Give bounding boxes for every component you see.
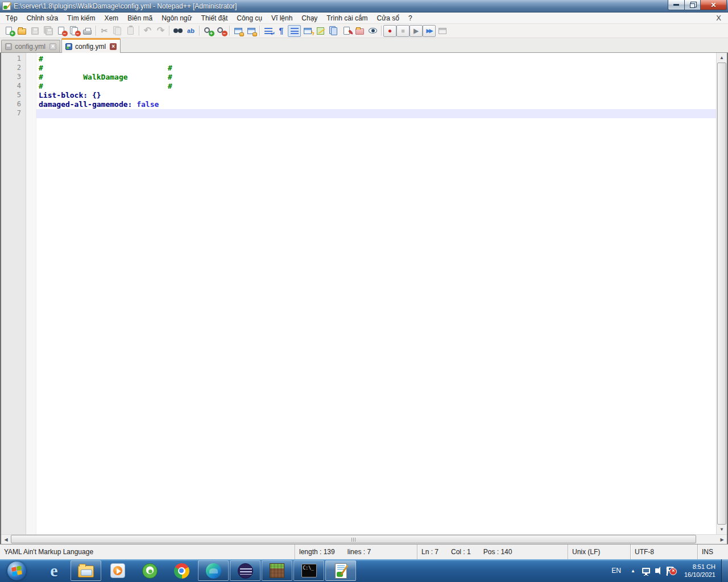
saved-file-icon [65, 43, 72, 50]
redo-button[interactable]: ↷ [154, 25, 167, 37]
print-button[interactable] [81, 25, 94, 37]
show-desktop-button[interactable] [721, 559, 728, 582]
macro-play-button[interactable]: ▶ [410, 25, 423, 37]
eclipse-icon [238, 563, 253, 579]
restore-button[interactable] [685, 0, 701, 10]
code-line[interactable]: # # [36, 64, 716, 73]
code-line[interactable]: damaged-all-gamemode: false [36, 100, 716, 109]
find-button[interactable] [171, 25, 184, 37]
show-all-characters-button[interactable]: ¶ [275, 25, 288, 37]
function-list-button[interactable]: ϟ [301, 25, 314, 37]
macro-stop-button[interactable]: ■ [396, 25, 410, 37]
menu-item-tim-kiem[interactable]: Tìm kiếm [63, 13, 100, 23]
code-line[interactable] [36, 109, 716, 118]
zoom-out-button[interactable]: − [214, 25, 228, 37]
taskbar-eclipse-button[interactable] [230, 560, 260, 581]
menu-item-tep[interactable]: Tệp [1, 13, 22, 23]
taskbar-edge-button[interactable] [198, 560, 229, 581]
menu-item-vi-lenh[interactable]: Vĩ lệnh [267, 13, 297, 23]
paste-button[interactable] [124, 25, 137, 37]
editor-pane[interactable]: 1234567 ## ## WalkDamage ## #List-block:… [0, 53, 728, 544]
menu-item-ngon-ngu[interactable]: Ngôn ngữ [157, 13, 196, 23]
tab-config-yml-1[interactable]: config.yml× [1, 40, 60, 52]
code-line[interactable]: # # [36, 82, 716, 91]
menu-item-cong-cu[interactable]: Công cụ [232, 13, 267, 23]
taskbar-minecraft-button[interactable] [262, 560, 292, 581]
network-icon[interactable] [640, 559, 652, 582]
macro-run-multiple-icon: ▶▶ [424, 26, 435, 35]
taskbar-command-prompt-button[interactable]: C:\_ [293, 560, 324, 581]
scroll-left-arrow[interactable]: ◀ [1, 535, 11, 544]
save-button[interactable] [28, 25, 42, 37]
replace-button[interactable]: ab [184, 25, 197, 37]
menu-item-trinh-cai-cam[interactable]: Trình cài cắm [322, 13, 372, 23]
taskbar-internet-explorer-button[interactable]: e [39, 560, 69, 581]
tab-close-button[interactable]: × [49, 43, 56, 50]
close-button[interactable]: ✕ [701, 0, 727, 10]
horizontal-scroll-thumb[interactable] [11, 535, 696, 543]
monitoring-icon [368, 26, 378, 35]
taskbar-coc-coc-button[interactable] [134, 560, 165, 581]
vertical-scrollbar[interactable]: ▲ ▼ [716, 53, 727, 534]
menu-item-xem[interactable]: Xem [100, 13, 123, 23]
menu-item-help[interactable]: ? [404, 13, 417, 23]
find-icon [173, 26, 183, 35]
sync-horizontal-scrolling-button[interactable] [245, 25, 258, 37]
macro-run-multiple-button[interactable]: ▶▶ [423, 25, 436, 37]
tab-close-button[interactable]: × [110, 43, 117, 50]
close-all-button[interactable]: − [68, 25, 81, 37]
show-indent-guide-icon [289, 26, 300, 35]
scroll-down-arrow[interactable]: ▼ [717, 525, 727, 534]
horizontal-scrollbar[interactable]: ◀ ▶ [1, 534, 727, 544]
new-file-button[interactable]: + [2, 25, 15, 37]
undo-button[interactable]: ↶ [141, 25, 154, 37]
taskbar-windows-media-player-button[interactable] [102, 560, 133, 581]
scroll-right-arrow[interactable]: ▶ [717, 535, 727, 544]
macro-record-button[interactable]: ● [383, 25, 396, 37]
menu-item-chinh-sua[interactable]: Chỉnh sửa [22, 13, 63, 23]
document-map-button[interactable] [314, 25, 327, 37]
tab-label: config.yml [15, 43, 46, 51]
action-center-flag-icon[interactable] [665, 559, 677, 582]
zoom-in-button[interactable]: + [201, 25, 214, 37]
folder-as-workspace-button[interactable] [353, 25, 366, 37]
vertical-scroll-thumb[interactable] [717, 63, 726, 525]
taskbar-windows-explorer-button[interactable] [71, 560, 101, 581]
menu-item-thiet-dat[interactable]: Thiết đặt [197, 13, 233, 23]
code-line[interactable]: # WalkDamage # [36, 73, 716, 82]
toolbar-separator [199, 26, 200, 36]
minimize-button[interactable] [668, 0, 685, 10]
tab-config-yml-2[interactable]: config.yml× [61, 38, 121, 53]
monitoring-button[interactable] [366, 25, 379, 37]
undo-icon: ↶ [143, 26, 153, 35]
save-all-button[interactable] [42, 25, 55, 37]
text-area[interactable]: ## ## WalkDamage ## #List-block: {}damag… [36, 53, 716, 534]
taskbar-chrome-button[interactable] [166, 560, 197, 581]
document-list-button[interactable] [327, 25, 340, 37]
menu-item-chay[interactable]: Chạy [297, 13, 322, 23]
edit-marker-button[interactable]: ✎ [340, 25, 353, 37]
show-indent-guide-button[interactable] [288, 25, 301, 37]
menu-item-cua-so[interactable]: Cửa sổ [373, 13, 404, 23]
code-line[interactable]: # [36, 55, 716, 64]
cut-button[interactable]: ✂ [98, 25, 111, 37]
word-wrap-button[interactable]: ↵ [262, 25, 275, 37]
close-document-button[interactable]: X [714, 13, 723, 23]
show-hidden-icons-button[interactable]: ▲ [626, 568, 640, 573]
copy-button[interactable] [111, 25, 124, 37]
taskbar-notepad-plus-plus-button[interactable] [325, 560, 356, 581]
code-line[interactable]: List-block: {} [36, 91, 716, 100]
scroll-up-arrow[interactable]: ▲ [717, 53, 727, 63]
close-button[interactable]: − [55, 25, 68, 37]
sync-vertical-scrolling-button[interactable] [231, 25, 245, 37]
toolbar-separator [169, 26, 169, 36]
windows-media-player-icon [110, 563, 125, 578]
macro-save-button[interactable] [436, 25, 449, 37]
volume-icon[interactable] [652, 559, 665, 582]
taskbar-start-button[interactable] [2, 560, 31, 581]
clock[interactable]: 8:51 CH 16/10/2021 [677, 563, 721, 579]
language-indicator[interactable]: EN [606, 567, 626, 575]
open-file-button[interactable] [15, 25, 28, 37]
title-bar: E:\server\1.8\plugins\WalkDamage\config.… [0, 0, 728, 13]
menu-item-bien-ma[interactable]: Biên mã [123, 13, 157, 23]
